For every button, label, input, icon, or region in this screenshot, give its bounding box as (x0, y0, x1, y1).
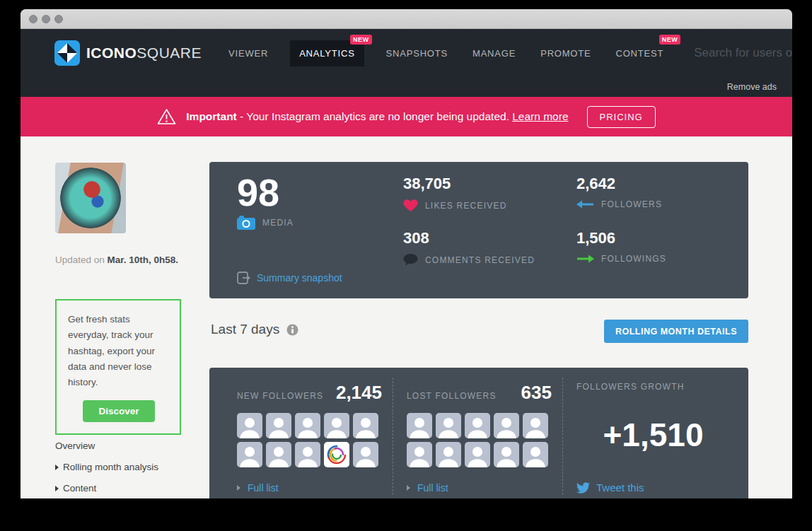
lost-followers-section: LOST FOLLOWERS 635 Full list (407, 368, 552, 498)
twitter-icon (576, 482, 590, 494)
lost-followers-avatar-grid (407, 413, 552, 471)
remove-ads-link[interactable]: Remove ads (727, 82, 777, 92)
nav-item-promote[interactable]: PROMOTE (538, 40, 593, 66)
camera-icon (237, 216, 255, 230)
new-badge: NEW (350, 35, 372, 45)
followers-growth-section: FOLLOWERS GROWTH +1,510 Tweet this (576, 368, 730, 498)
follower-avatar[interactable] (237, 413, 262, 438)
follower-avatar[interactable] (436, 413, 461, 438)
comments-stat: 308 COMMENTS RECEIVED (403, 229, 573, 266)
sidebar-item-overview[interactable]: Overview (55, 440, 158, 451)
follower-avatar[interactable] (324, 413, 349, 438)
follower-avatar[interactable] (436, 442, 461, 467)
summary-snapshot-link[interactable]: Summary snapshot (237, 272, 342, 284)
updated-date: Updated on Mar. 10th, 0h58. (55, 255, 178, 265)
nav-item-viewer[interactable]: VIEWER (226, 40, 271, 66)
info-icon[interactable] (286, 324, 298, 336)
follower-avatar[interactable] (295, 413, 320, 438)
window-zoom-button[interactable] (54, 15, 63, 23)
sidebar-nav: Overview Rolling month analysis Content (55, 440, 158, 498)
search-input[interactable] (694, 46, 792, 60)
heart-icon (403, 199, 418, 212)
follower-avatar[interactable] (465, 442, 490, 467)
new-followers-section: NEW FOLLOWERS 2,145 Full list (237, 368, 382, 498)
search-box (694, 45, 792, 62)
nav-item-snapshots[interactable]: SNAPSHOTS (383, 40, 451, 66)
follower-avatar[interactable] (324, 442, 349, 467)
follower-avatar[interactable] (266, 413, 291, 438)
follower-avatar[interactable] (353, 413, 378, 438)
window-titlebar (21, 9, 792, 29)
week-stats-card: NEW FOLLOWERS 2,145 Full list LOST FOLLO… (209, 368, 748, 498)
followers-stat: 2,642 FOLLOWERS (576, 175, 746, 209)
caret-right-icon (407, 485, 410, 491)
alert-message: Important - Your Instagram analytics are… (186, 110, 568, 123)
nav-item-analytics[interactable]: ANALYTICSNEW (290, 40, 364, 66)
lost-followers-full-list-link[interactable]: Full list (407, 482, 448, 494)
nav-item-manage[interactable]: MANAGE (470, 40, 518, 66)
follower-avatar[interactable] (237, 442, 262, 467)
follower-avatar[interactable] (353, 442, 378, 467)
section-divider (393, 378, 393, 495)
pricing-button[interactable]: PRICING (587, 106, 656, 128)
media-count: 98 (237, 170, 279, 214)
alert-banner: Important - Your Instagram analytics are… (21, 97, 792, 136)
comment-icon (403, 254, 418, 266)
browser-window: ICONOSQUARE VIEWER ANALYTICSNEW SNAPSHOT… (21, 9, 792, 498)
caret-right-icon (55, 465, 59, 470)
new-followers-avatar-grid (237, 413, 382, 471)
arrow-right-icon (576, 255, 594, 263)
snapshot-icon (237, 272, 250, 284)
learn-more-link[interactable]: Learn more (512, 110, 568, 122)
page-content: Updated on Mar. 10th, 0h58. Get fresh st… (21, 136, 792, 498)
overview-stats-card: 98 MEDIA Summary snapshot (209, 162, 748, 298)
follower-avatar[interactable] (494, 413, 519, 438)
follower-avatar[interactable] (523, 442, 548, 467)
window-close-button[interactable] (29, 15, 37, 23)
rolling-month-details-button[interactable]: ROLLING MONTH DETAILS (604, 320, 748, 343)
follower-avatar[interactable] (266, 442, 291, 467)
promo-box: Get fresh stats everyday, track your has… (55, 299, 181, 435)
follower-avatar[interactable] (523, 413, 548, 438)
followers-growth-value: +1,510 (576, 416, 730, 454)
follower-avatar[interactable] (295, 442, 320, 467)
caret-right-icon (55, 486, 59, 491)
followings-stat: 1,506 FOLLOWINGS (576, 229, 746, 264)
likes-stat: 38,705 LIKES RECEIVED (403, 175, 573, 212)
follower-avatar[interactable] (494, 442, 519, 467)
discover-button[interactable]: Discover (83, 400, 154, 422)
new-followers-count: 2,145 (336, 382, 382, 404)
brand-name[interactable]: ICONOSQUARE (86, 45, 202, 62)
follower-avatar[interactable] (407, 442, 432, 467)
sidebar-item-rolling-month[interactable]: Rolling month analysis (55, 462, 158, 472)
warning-icon (157, 108, 176, 125)
follower-avatar[interactable] (407, 413, 432, 438)
top-navbar: ICONOSQUARE VIEWER ANALYTICSNEW SNAPSHOT… (21, 29, 792, 97)
section-divider (562, 378, 563, 495)
tweet-this-link[interactable]: Tweet this (576, 482, 644, 494)
nav-item-contest[interactable]: CONTESTNEW (613, 40, 666, 66)
caret-right-icon (237, 485, 240, 491)
follower-avatar[interactable] (465, 413, 490, 438)
iconosquare-logo-icon[interactable] (54, 40, 80, 66)
window-minimize-button[interactable] (42, 15, 50, 23)
main-nav: VIEWER ANALYTICSNEW SNAPSHOTS MANAGE PRO… (226, 40, 685, 66)
new-badge: NEW (659, 35, 681, 45)
new-followers-full-list-link[interactable]: Full list (237, 482, 279, 494)
sidebar-item-content[interactable]: Content (55, 483, 158, 494)
media-stat: MEDIA (237, 216, 294, 230)
promo-text: Get fresh stats everyday, track your has… (68, 312, 170, 390)
arrow-left-icon (576, 200, 594, 209)
lost-followers-count: 635 (521, 382, 552, 404)
period-label: Last 7 days (211, 322, 298, 337)
profile-photo (55, 163, 126, 233)
